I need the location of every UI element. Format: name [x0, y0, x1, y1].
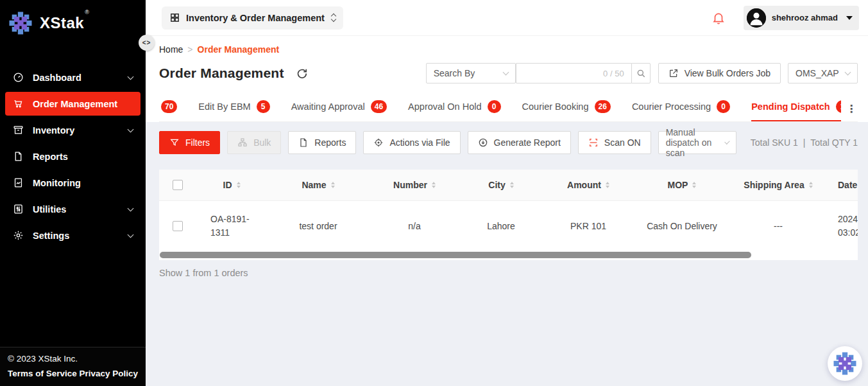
sort-icon	[692, 182, 696, 188]
sidebar-nav: Dashboard Order Management Inventory	[0, 63, 146, 250]
column-header-id[interactable]: ID	[196, 180, 267, 190]
sort-icon	[809, 182, 813, 188]
sort-icon	[606, 182, 609, 188]
app-switcher-label: Inventory & Order Management	[186, 13, 325, 23]
page-header-section: Home > Order Management Order Management…	[146, 36, 868, 122]
column-header-number[interactable]: Number	[370, 180, 459, 190]
table-row[interactable]: OA-8191-1311 test order n/a Lahore PKR 1…	[159, 201, 858, 251]
column-header-name[interactable]: Name	[267, 180, 370, 190]
reports-button[interactable]: Reports	[288, 131, 356, 154]
count-badge: 0	[488, 100, 501, 113]
search-button[interactable]	[631, 63, 651, 83]
brand-name: XStak®	[40, 14, 89, 32]
breadcrumb-home[interactable]: Home	[159, 44, 183, 55]
chevron-down-icon	[128, 231, 134, 238]
sidebar-item-dashboard[interactable]: Dashboard	[5, 66, 140, 89]
scan-on-button[interactable]: Scan ON	[578, 131, 651, 154]
user-menu[interactable]: shehrooz ahmad	[744, 6, 859, 30]
status-tabs: signing70 Edit By EBM5 Awaiting Approval…	[159, 94, 841, 121]
count-badge: 5	[257, 100, 270, 113]
column-header-date[interactable]: Date	[826, 180, 858, 190]
tab-awaiting-approval[interactable]: Awaiting Approval46	[291, 94, 387, 121]
notification-bell-icon[interactable]	[711, 11, 726, 25]
sidebar-collapse-button[interactable]: <>	[139, 35, 155, 51]
chevron-down-icon	[845, 69, 851, 76]
search-by-value: Search By	[434, 68, 475, 78]
generate-report-button[interactable]: Generate Report	[468, 131, 571, 154]
table-header-row: ID Name Number City Amount MOP Shipping …	[159, 170, 858, 201]
char-counter: 0 / 50	[603, 69, 624, 78]
app-switcher-dropdown[interactable]: Inventory & Order Management	[162, 6, 343, 30]
cell-amount: PKR 101	[543, 221, 634, 231]
title-row: Order Management Search By 0 / 50	[159, 63, 858, 83]
tab-courier-booking[interactable]: Courier Booking26	[522, 94, 611, 121]
tab-signing[interactable]: signing70	[159, 94, 177, 121]
sidebar-item-label: Inventory	[33, 125, 74, 136]
more-tabs-button[interactable]: ⋮	[841, 103, 858, 121]
select-all-checkbox[interactable]	[173, 180, 183, 190]
dashboard-icon	[13, 72, 24, 83]
refresh-icon[interactable]	[296, 67, 308, 80]
brand-logo: XStak®	[0, 0, 146, 45]
search-by-select[interactable]: Search By	[426, 63, 516, 83]
sort-icon	[331, 182, 335, 188]
content-body: Filters Bulk Reports Actions via File Ge…	[146, 122, 868, 386]
bulk-button[interactable]: Bulk	[227, 131, 281, 154]
oms-profile-value: OMS_XAP	[796, 68, 839, 78]
filters-button[interactable]: Filters	[159, 131, 220, 154]
sidebar-item-reports[interactable]: Reports	[5, 145, 140, 168]
topbar: Inventory & Order Management shehrooz ah…	[146, 0, 868, 36]
tab-approval-on-hold[interactable]: Approval On Hold0	[408, 94, 500, 121]
count-badge: 1	[836, 100, 841, 113]
tab-edit-by-ebm[interactable]: Edit By EBM5	[198, 94, 269, 121]
sidebar-item-label: Order Management	[33, 99, 117, 109]
copyright-text: © 2023 XStak Inc.	[8, 354, 138, 364]
actions-via-file-button[interactable]: Actions via File	[363, 131, 460, 154]
sidebar-item-label: Utilities	[33, 204, 66, 215]
sidebar-item-label: Dashboard	[33, 73, 81, 83]
column-header-mop[interactable]: MOP	[634, 180, 730, 190]
sidebar-item-settings[interactable]: Settings	[5, 224, 140, 247]
oms-profile-select[interactable]: OMS_XAP	[788, 63, 858, 83]
tab-courier-processing[interactable]: Courier Processing0	[632, 94, 730, 121]
user-name: shehrooz ahmad	[772, 13, 838, 22]
total-qty: Total QTY 1	[810, 137, 858, 148]
results-count-text: Show 1 from 1 orders	[159, 268, 858, 278]
sidebar-item-monitoring[interactable]: Monitoring	[5, 171, 140, 195]
target-icon	[373, 137, 384, 148]
cell-mop: Cash On Delivery	[634, 221, 730, 231]
row-checkbox[interactable]	[173, 221, 183, 231]
search-icon	[636, 68, 646, 78]
search-group: 0 / 50	[516, 63, 651, 83]
sidebar-item-label: Settings	[33, 231, 69, 241]
toolbar: Filters Bulk Reports Actions via File Ge…	[159, 131, 858, 154]
scan-icon	[588, 137, 599, 148]
sidebar-item-inventory[interactable]: Inventory	[5, 118, 140, 142]
floating-xstak-button[interactable]	[828, 346, 862, 381]
terms-of-service-link[interactable]: Terms of Service	[8, 369, 77, 378]
total-sku: Total SKU 1	[751, 137, 798, 148]
avatar	[747, 8, 766, 28]
scrollbar-thumb[interactable]	[160, 252, 751, 258]
column-header-city[interactable]: City	[459, 180, 543, 190]
sidebar-footer: © 2023 XStak Inc. Terms of Service Priva…	[0, 347, 146, 386]
main-area: Inventory & Order Management shehrooz ah…	[146, 0, 868, 386]
dispatch-mode-select[interactable]: Manual dispatch on scan	[658, 131, 736, 154]
breadcrumb-current[interactable]: Order Management	[198, 44, 280, 55]
count-badge: 0	[717, 100, 730, 113]
privacy-policy-link[interactable]: Privacy Policy	[79, 369, 138, 378]
tab-pending-dispatch[interactable]: Pending Dispatch1	[751, 94, 841, 121]
sidebar-item-utilities[interactable]: Utilities	[5, 197, 140, 221]
column-header-shipping-area[interactable]: Shipping Area	[730, 180, 826, 190]
sidebar-item-order-management[interactable]: Order Management	[5, 92, 140, 116]
view-bulk-orders-job-button[interactable]: View Bulk Orders Job	[658, 63, 781, 83]
sidebar-item-label: Reports	[33, 152, 68, 162]
sort-icon	[510, 182, 514, 188]
count-badge: 26	[595, 100, 611, 113]
gear-icon	[13, 230, 24, 241]
cell-shipping-area: ---	[730, 221, 826, 231]
column-header-amount[interactable]: Amount	[543, 180, 634, 190]
search-input[interactable]	[523, 68, 599, 78]
sort-icon	[432, 182, 436, 188]
chevron-down-icon	[502, 69, 509, 76]
